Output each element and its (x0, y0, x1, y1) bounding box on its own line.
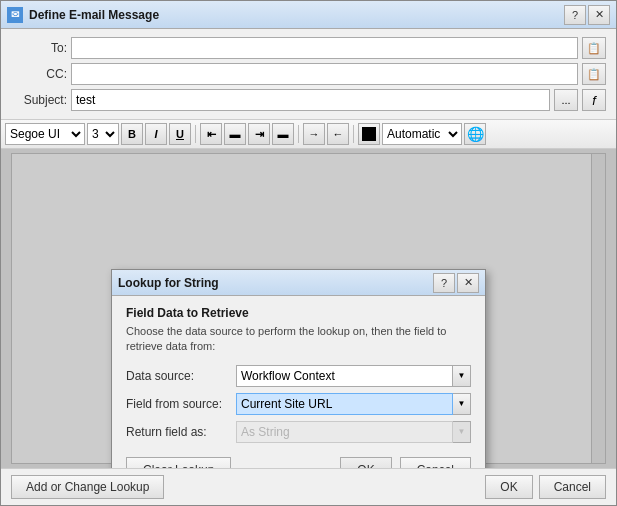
content-wrapper: Lookup for String ? ✕ Field Data to Retr… (1, 149, 616, 468)
to-row: To: 📋 (11, 37, 606, 59)
lookup-close-button[interactable]: ✕ (457, 273, 479, 293)
lookup-body: Field Data to Retrieve Choose the data s… (112, 296, 485, 468)
main-window: ✉ Define E-mail Message ? ✕ To: 📋 CC: 📋 … (0, 0, 617, 506)
lookup-window-controls: ? ✕ (433, 273, 479, 293)
modal-overlay: Lookup for String ? ✕ Field Data to Retr… (1, 149, 616, 468)
justify-button[interactable]: ▬ (272, 123, 294, 145)
email-form: To: 📋 CC: 📋 Subject: ... f (1, 29, 616, 119)
bottom-right: OK Cancel (485, 475, 606, 499)
field-from-source-label: Field from source: (126, 397, 236, 411)
main-ok-button[interactable]: OK (485, 475, 532, 499)
return-field-arrow: ▼ (453, 421, 471, 443)
to-browse-button[interactable]: 📋 (582, 37, 606, 59)
bottom-bar: Add or Change Lookup OK Cancel (1, 468, 616, 505)
italic-button[interactable]: I (145, 123, 167, 145)
clear-lookup-button[interactable]: Clear Lookup (126, 457, 231, 468)
outdent-button[interactable]: ← (327, 123, 349, 145)
align-right-button[interactable]: ⇥ (248, 123, 270, 145)
field-from-source-row: Field from source: Current Site URL ▼ (126, 393, 471, 415)
align-center-button[interactable]: ▬ (224, 123, 246, 145)
cc-row: CC: 📋 (11, 63, 606, 85)
to-label: To: (11, 41, 67, 55)
cc-label: CC: (11, 67, 67, 81)
subject-fx-button[interactable]: f (582, 89, 606, 111)
window-title: Define E-mail Message (29, 8, 564, 22)
globe-button[interactable]: 🌐 (464, 123, 486, 145)
color-swatch (362, 127, 376, 141)
field-from-source-control: Current Site URL ▼ (236, 393, 471, 415)
lookup-cancel-button[interactable]: Cancel (400, 457, 471, 468)
lookup-description: Choose the data source to perform the lo… (126, 324, 471, 355)
subject-label: Subject: (11, 93, 67, 107)
data-source-control: Workflow Context ▼ (236, 365, 471, 387)
formatting-toolbar: Segoe UI 3 B I U ⇤ ▬ ⇥ ▬ → ← Automatic 🌐 (1, 119, 616, 149)
return-field-label: Return field as: (126, 425, 236, 439)
subject-input[interactable] (71, 89, 550, 111)
help-button[interactable]: ? (564, 5, 586, 25)
close-button[interactable]: ✕ (588, 5, 610, 25)
bold-button[interactable]: B (121, 123, 143, 145)
data-source-row: Data source: Workflow Context ▼ (126, 365, 471, 387)
font-family-select[interactable]: Segoe UI (5, 123, 85, 145)
lookup-dialog: Lookup for String ? ✕ Field Data to Retr… (111, 269, 486, 468)
add-change-lookup-button[interactable]: Add or Change Lookup (11, 475, 164, 499)
email-icon: ✉ (7, 7, 23, 23)
subject-row: Subject: ... f (11, 89, 606, 111)
data-source-label: Data source: (126, 369, 236, 383)
align-left-button[interactable]: ⇤ (200, 123, 222, 145)
lookup-dialog-title: Lookup for String (118, 276, 433, 290)
underline-button[interactable]: U (169, 123, 191, 145)
return-field-row: Return field as: As String ▼ (126, 421, 471, 443)
data-source-arrow[interactable]: ▼ (453, 365, 471, 387)
lookup-buttons-row: Clear Lookup OK Cancel (126, 457, 471, 468)
lookup-section-title: Field Data to Retrieve (126, 306, 471, 320)
font-size-select[interactable]: 3 (87, 123, 119, 145)
subject-dots-button[interactable]: ... (554, 89, 578, 111)
cc-browse-button[interactable]: 📋 (582, 63, 606, 85)
data-source-select[interactable]: Workflow Context (236, 365, 453, 387)
field-from-source-arrow[interactable]: ▼ (453, 393, 471, 415)
field-from-source-select[interactable]: Current Site URL (236, 393, 453, 415)
separator-2 (298, 125, 299, 143)
lookup-action-buttons: OK Cancel (340, 457, 471, 468)
lookup-help-button[interactable]: ? (433, 273, 455, 293)
return-field-control: As String ▼ (236, 421, 471, 443)
title-bar: ✉ Define E-mail Message ? ✕ (1, 1, 616, 29)
color-picker-button[interactable] (358, 123, 380, 145)
indent-button[interactable]: → (303, 123, 325, 145)
separator-3 (353, 125, 354, 143)
separator-1 (195, 125, 196, 143)
lookup-title-bar: Lookup for String ? ✕ (112, 270, 485, 296)
bottom-left: Add or Change Lookup (11, 475, 164, 499)
window-controls: ? ✕ (564, 5, 610, 25)
color-select[interactable]: Automatic (382, 123, 462, 145)
main-cancel-button[interactable]: Cancel (539, 475, 606, 499)
cc-input[interactable] (71, 63, 578, 85)
to-input[interactable] (71, 37, 578, 59)
return-field-select[interactable]: As String (236, 421, 453, 443)
lookup-ok-button[interactable]: OK (340, 457, 391, 468)
